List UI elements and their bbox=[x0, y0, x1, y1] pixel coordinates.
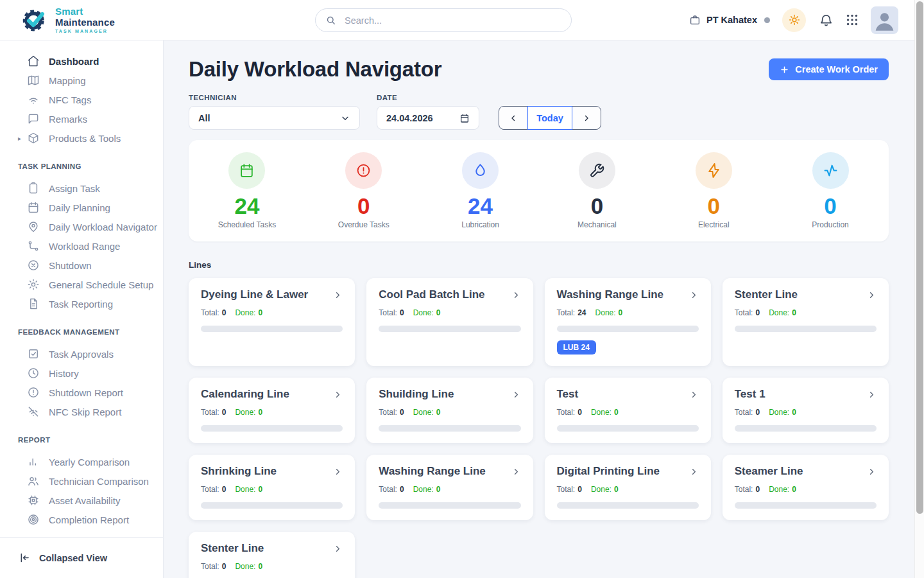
technician-select[interactable]: All bbox=[189, 106, 360, 130]
stat-label: Electrical bbox=[698, 220, 730, 229]
create-work-order-button[interactable]: Create Work Order bbox=[769, 58, 889, 80]
card-done: Done:0 bbox=[591, 485, 619, 494]
company-switcher[interactable]: PT Kahatex bbox=[689, 14, 757, 26]
line-card-washing-range-line[interactable]: Washing Range LineTotal:24Done:0LUB 24 bbox=[545, 278, 711, 366]
line-card-shrinking-line[interactable]: Shrinking LineTotal:0Done:0 bbox=[189, 455, 355, 520]
progress-bar bbox=[379, 502, 520, 509]
global-search[interactable] bbox=[315, 8, 572, 32]
sidebar-item-history[interactable]: History bbox=[0, 363, 163, 383]
wrench-icon bbox=[589, 162, 605, 179]
card-done: Done:0 bbox=[591, 408, 619, 417]
progress-bar bbox=[379, 326, 520, 332]
sidebar-item-products-and-tools[interactable]: ▸Products & Tools bbox=[0, 128, 163, 148]
pin-icon bbox=[27, 220, 40, 233]
line-card-calendaring-line[interactable]: Calendaring LineTotal:0Done:0 bbox=[189, 378, 355, 443]
line-card-washing-range-line[interactable]: Washing Range LineTotal:0Done:0 bbox=[366, 455, 533, 520]
scrollbar-thumb[interactable] bbox=[916, 1, 923, 514]
search-input[interactable] bbox=[343, 15, 561, 26]
line-card-digital-printing-line[interactable]: Digital Printing LineTotal:0Done:0 bbox=[545, 455, 711, 520]
sidebar-item-task-reporting[interactable]: Task Reporting bbox=[0, 294, 163, 313]
sidebar-item-label: Mapping bbox=[49, 75, 86, 86]
sidebar-item-completion-report[interactable]: Completion Report bbox=[0, 510, 163, 529]
stat-value: 24 bbox=[468, 195, 493, 218]
sidebar-item-label: Completion Report bbox=[49, 514, 129, 525]
sidebar-item-workload-range[interactable]: Workload Range bbox=[0, 236, 163, 256]
company-name: PT Kahatex bbox=[706, 15, 757, 25]
card-total: Total:0 bbox=[379, 308, 404, 317]
chevron-right-icon[interactable] bbox=[689, 290, 699, 300]
sidebar-item-label: Dashboard bbox=[49, 56, 99, 67]
notifications-button[interactable] bbox=[819, 13, 834, 28]
sidebar-item-remarks[interactable]: Remarks bbox=[0, 109, 163, 128]
line-card-test[interactable]: TestTotal:0Done:0 bbox=[545, 378, 711, 443]
next-day-button[interactable] bbox=[572, 106, 601, 130]
today-button[interactable]: Today bbox=[527, 106, 572, 130]
card-done: Done:0 bbox=[413, 485, 441, 494]
stat-label: Lubrication bbox=[461, 220, 499, 229]
progress-bar bbox=[201, 326, 343, 332]
sidebar-item-general-schedule-setup[interactable]: General Schedule Setup bbox=[0, 275, 163, 294]
theme-toggle-button[interactable] bbox=[782, 8, 806, 32]
chevron-right-icon[interactable] bbox=[867, 390, 877, 399]
line-card-shuilding-line[interactable]: Shuilding LineTotal:0Done:0 bbox=[366, 378, 533, 443]
previous-day-button[interactable] bbox=[499, 106, 528, 130]
sidebar-item-label: Shutdown bbox=[49, 260, 92, 271]
stat-circle bbox=[579, 152, 615, 189]
sidebar-item-yearly-comparison[interactable]: Yearly Comparison bbox=[0, 452, 163, 471]
chevron-right-icon[interactable] bbox=[511, 467, 521, 477]
line-card-test-1[interactable]: Test 1Total:0Done:0 bbox=[723, 378, 889, 443]
chevron-down-icon bbox=[340, 113, 350, 123]
user-avatar[interactable] bbox=[871, 6, 898, 34]
sidebar-section-title-task-planning: TASK PLANNING bbox=[0, 162, 163, 170]
bell-icon bbox=[819, 13, 834, 28]
sidebar-item-shutdown[interactable]: Shutdown bbox=[0, 256, 163, 275]
line-card-steamer-line[interactable]: Steamer LineTotal:0Done:0 bbox=[723, 455, 889, 520]
expand-caret-icon[interactable]: ▸ bbox=[18, 135, 21, 142]
line-card-title: Dyeing Line & Lawer bbox=[201, 288, 308, 301]
sidebar-item-assign-task[interactable]: Assign Task bbox=[0, 179, 163, 198]
sidebar-section-title-report: REPORT bbox=[0, 436, 163, 444]
chevron-right-icon[interactable] bbox=[689, 467, 699, 477]
sidebar-item-nfc-skip-report[interactable]: NFC Skip Report bbox=[0, 402, 163, 421]
line-card-stenter-line[interactable]: Stenter LineTotal:0Done:0 bbox=[723, 278, 889, 366]
sidebar-nav: DashboardMappingNFC TagsRemarks▸Products… bbox=[0, 40, 163, 537]
sidebar-item-label: Workload Range bbox=[49, 241, 120, 252]
sidebar-item-asset-availability[interactable]: Asset Availability bbox=[0, 491, 163, 510]
chevron-right-icon[interactable] bbox=[333, 290, 343, 300]
progress-bar bbox=[735, 326, 877, 332]
app-logo[interactable]: Smart Maintenance TASK MANAGER bbox=[0, 6, 164, 34]
chevron-right-icon[interactable] bbox=[511, 390, 521, 399]
collapse-sidebar-button[interactable]: Collapsed View bbox=[0, 537, 163, 578]
chevron-right-icon[interactable] bbox=[333, 467, 343, 477]
sidebar-item-mapping[interactable]: Mapping bbox=[0, 71, 163, 90]
stat-value: 24 bbox=[234, 195, 259, 218]
home-icon bbox=[27, 55, 40, 67]
sidebar-item-task-approvals[interactable]: Task Approvals bbox=[0, 344, 163, 363]
sidebar-item-daily-workload-navigator[interactable]: Daily Workload Navigator bbox=[0, 217, 163, 236]
chevron-right-icon[interactable] bbox=[867, 467, 877, 477]
chevron-right-icon[interactable] bbox=[867, 290, 877, 300]
activity-icon bbox=[823, 162, 839, 179]
date-input[interactable]: 24.04.2026 bbox=[377, 106, 479, 130]
sidebar-item-dashboard[interactable]: Dashboard bbox=[0, 51, 163, 71]
calendar-icon bbox=[459, 113, 470, 123]
sidebar-item-daily-planning[interactable]: Daily Planning bbox=[0, 198, 163, 217]
apps-grid-button[interactable] bbox=[845, 13, 859, 27]
chevron-right-icon[interactable] bbox=[333, 544, 343, 554]
line-card-cool-pad-batch-line[interactable]: Cool Pad Batch LineTotal:0Done:0 bbox=[366, 278, 533, 366]
chevron-right-icon[interactable] bbox=[333, 390, 343, 399]
lines-card-grid: Dyeing Line & LawerTotal:0Done:0Cool Pad… bbox=[189, 278, 889, 578]
line-card-title: Cool Pad Batch Line bbox=[379, 288, 484, 301]
card-total: Total:24 bbox=[557, 308, 586, 317]
sidebar-item-nfc-tags[interactable]: NFC Tags bbox=[0, 90, 163, 109]
users-icon bbox=[27, 475, 40, 487]
collapse-label: Collapsed View bbox=[39, 553, 107, 563]
sidebar-item-shutdown-report[interactable]: Shutdown Report bbox=[0, 383, 163, 402]
sidebar-item-technician-comparison[interactable]: Technician Comparison bbox=[0, 471, 163, 491]
progress-bar bbox=[735, 502, 877, 509]
card-total: Total:0 bbox=[201, 562, 226, 571]
chevron-right-icon[interactable] bbox=[511, 290, 521, 300]
line-card-stenter-line[interactable]: Stenter LineTotal:0Done:0 bbox=[189, 532, 355, 578]
line-card-dyeing-line-and-lawer[interactable]: Dyeing Line & LawerTotal:0Done:0 bbox=[189, 278, 355, 366]
chevron-right-icon[interactable] bbox=[689, 390, 699, 399]
